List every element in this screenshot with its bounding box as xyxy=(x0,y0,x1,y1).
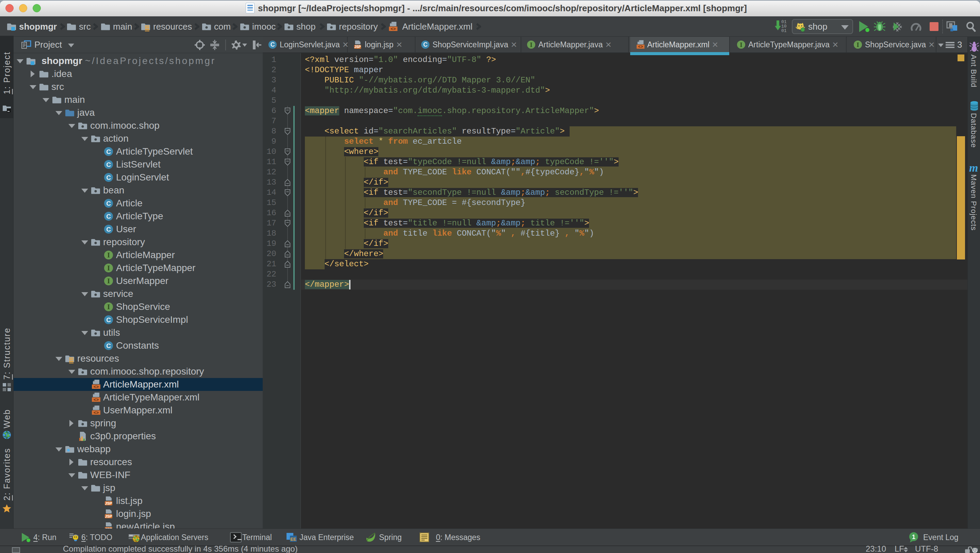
svg-text:<>: <> xyxy=(94,397,99,402)
svg-text:I: I xyxy=(107,251,110,259)
svg-text:<>: <> xyxy=(94,410,99,415)
svg-text:C: C xyxy=(106,174,111,181)
svg-text:C: C xyxy=(106,200,111,207)
svg-text:I: I xyxy=(107,264,110,272)
svg-text:1: 1 xyxy=(912,534,915,540)
svg-text:C: C xyxy=(106,213,111,220)
svg-text:<>: <> xyxy=(638,45,643,49)
svg-text:C: C xyxy=(270,41,275,48)
svg-text:JSP: JSP xyxy=(105,501,112,505)
svg-text:<>: <> xyxy=(94,384,99,389)
svg-text:C: C xyxy=(106,316,111,324)
svg-text:I: I xyxy=(530,41,533,48)
svg-text:C: C xyxy=(106,226,111,233)
svg-text:<>: <> xyxy=(391,27,396,31)
svg-text:I: I xyxy=(107,303,110,311)
svg-text:I: I xyxy=(740,41,743,48)
svg-text:I: I xyxy=(107,277,110,285)
svg-text:C: C xyxy=(106,342,111,349)
svg-text:I: I xyxy=(856,41,859,48)
svg-text:JSP: JSP xyxy=(354,45,361,49)
svg-text:C: C xyxy=(106,148,111,155)
svg-text:C: C xyxy=(106,161,111,168)
svg-text:JSP: JSP xyxy=(105,514,112,518)
svg-text:C: C xyxy=(423,41,428,48)
svg-text:EE: EE xyxy=(290,537,296,542)
